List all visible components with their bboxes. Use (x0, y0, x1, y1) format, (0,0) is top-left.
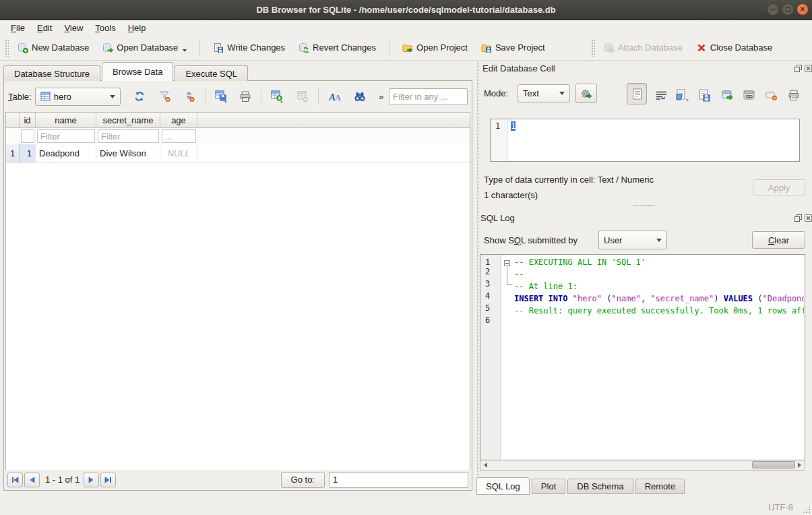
font-button[interactable]: AA (325, 88, 345, 105)
previous-record-button[interactable] (24, 473, 40, 487)
insert-record-button[interactable] (268, 88, 288, 106)
resize-grip[interactable] (803, 506, 811, 514)
row-number[interactable]: 1 (6, 144, 20, 162)
clear-sort-button[interactable] (180, 88, 199, 105)
cell-editor-text: 1 (508, 119, 516, 161)
dock-tab-remote[interactable]: Remote (635, 479, 685, 494)
filter-age-input[interactable]: ... (162, 129, 196, 143)
print-button[interactable] (236, 88, 255, 105)
edit-cell-title: Edit Database Cell (482, 63, 555, 73)
mode-select[interactable]: Text (518, 84, 570, 102)
toolbar-drag-handle[interactable] (591, 39, 595, 57)
column-header-id[interactable]: id (20, 113, 36, 127)
menu-view[interactable]: View (58, 22, 89, 34)
edit-cell-dock-buttons (794, 64, 812, 72)
toolbar-overflow[interactable]: » (379, 92, 383, 102)
corner-header[interactable] (6, 113, 20, 127)
delete-record-button[interactable] (293, 88, 312, 105)
dock-tab-sql-log[interactable]: SQL Log (476, 477, 530, 495)
float-dock-icon[interactable] (794, 214, 802, 222)
column-header-age[interactable]: age (160, 113, 197, 127)
dock-tab-db-schema[interactable]: DB Schema (567, 479, 633, 494)
tab-browse-data[interactable]: Browse Data (102, 62, 173, 81)
filter-secret-name-input[interactable]: Filter (98, 129, 159, 143)
text-mode-toggle[interactable] (627, 83, 647, 104)
import-cell-icon[interactable] (673, 86, 694, 105)
menu-file[interactable]: File (5, 22, 31, 34)
cell-name[interactable]: Deadpond (36, 144, 96, 162)
cell-editor[interactable]: 1 1 (490, 119, 800, 162)
grid-header: id name secret_name age (6, 113, 470, 128)
goto-button[interactable]: Go to: (281, 472, 325, 488)
record-navigation: 1 - 1 of 1 Go to: 1 (5, 470, 471, 489)
filter-row: Filter Filter ... (6, 128, 470, 144)
close-dock-icon[interactable] (804, 214, 812, 222)
fold-marker[interactable] (504, 260, 510, 266)
dock-tab-plot[interactable]: Plot (532, 479, 565, 494)
menu-tools[interactable]: Tools (89, 22, 121, 34)
column-header-name[interactable]: name (36, 113, 96, 127)
scroll-thumb[interactable] (752, 461, 795, 468)
maximize-button[interactable] (782, 3, 794, 16)
filter-id-input[interactable] (21, 129, 34, 143)
print-cell-icon[interactable] (784, 87, 803, 104)
close-button[interactable]: ✕ (797, 3, 809, 16)
open-project-button[interactable]: Open Project (396, 38, 474, 57)
sql-log-hscrollbar[interactable] (480, 460, 805, 471)
cell-age[interactable]: NULL (160, 144, 197, 162)
tab-database-structure[interactable]: Database Structure (3, 65, 100, 81)
close-dock-icon[interactable] (804, 64, 812, 72)
dock-splitter[interactable] (475, 61, 480, 491)
cell-secret-name[interactable]: Dive Wilson (96, 144, 160, 162)
menu-edit[interactable]: Edit (31, 22, 58, 34)
word-wrap-icon[interactable] (652, 88, 670, 104)
open-database-dropdown[interactable] (183, 49, 187, 52)
tab-execute-sql[interactable]: Execute SQL (175, 65, 248, 81)
revert-changes-button[interactable]: Revert Changes (292, 38, 383, 57)
open-database-button[interactable]: Open Database (96, 38, 193, 57)
save-as-icon[interactable] (718, 88, 738, 104)
close-database-button[interactable]: Close Database (689, 38, 780, 57)
table-select-caret (110, 95, 115, 98)
browse-data-panel: Table: hero AA » Filter in any ... id na… (3, 80, 472, 491)
last-record-button[interactable] (100, 473, 116, 487)
minimize-button[interactable]: — (767, 3, 779, 16)
save-table-button[interactable] (212, 88, 232, 106)
filter-name-input[interactable]: Filter (37, 129, 95, 143)
apply-mode-button[interactable] (575, 84, 597, 103)
cell-char-info: 1 character(s) (484, 190, 538, 200)
toolbar-separator (199, 39, 200, 56)
open-in-app-icon[interactable] (740, 88, 759, 104)
scroll-left-arrow[interactable] (480, 460, 491, 470)
header-filler (197, 113, 470, 127)
column-header-secret-name[interactable]: secret_name (96, 113, 160, 127)
scroll-right-arrow[interactable] (794, 460, 805, 470)
sql-submitter-select[interactable]: User (598, 231, 667, 249)
table-select[interactable]: hero (35, 88, 121, 106)
refresh-button[interactable] (130, 88, 149, 105)
apply-button[interactable]: Apply (753, 179, 805, 195)
sql-log-editor[interactable]: 1 2 3 4 5 6 -- EXECUTING ALL IN 'SQL 1' … (480, 254, 805, 460)
find-button[interactable] (350, 88, 369, 105)
toolbar-drag-handle[interactable] (5, 39, 9, 57)
clear-button[interactable]: Clear (752, 231, 805, 249)
cell-editor-line-number: 1 (491, 119, 508, 161)
toolbar-separator (389, 39, 389, 56)
clear-filters-button[interactable] (156, 88, 175, 105)
new-database-button[interactable]: New Database (11, 38, 96, 57)
set-null-icon[interactable] (762, 88, 781, 104)
attach-database-button[interactable]: Attach Database (597, 38, 689, 57)
write-changes-button[interactable]: Write Changes (206, 38, 292, 57)
float-dock-icon[interactable] (794, 64, 802, 72)
save-project-button[interactable]: Save Project (474, 38, 552, 57)
revert-changes-icon (299, 42, 309, 53)
export-cell-icon[interactable] (695, 86, 714, 105)
menu-help[interactable]: Help (122, 22, 152, 34)
goto-input[interactable]: 1 (329, 472, 468, 488)
dock-handle[interactable] (633, 204, 655, 207)
next-record-button[interactable] (84, 473, 99, 487)
cell-id[interactable]: 1 (20, 144, 36, 162)
first-record-button[interactable] (7, 473, 23, 487)
open-database-icon (102, 42, 113, 53)
filter-any-input[interactable]: Filter in any ... (389, 88, 468, 105)
